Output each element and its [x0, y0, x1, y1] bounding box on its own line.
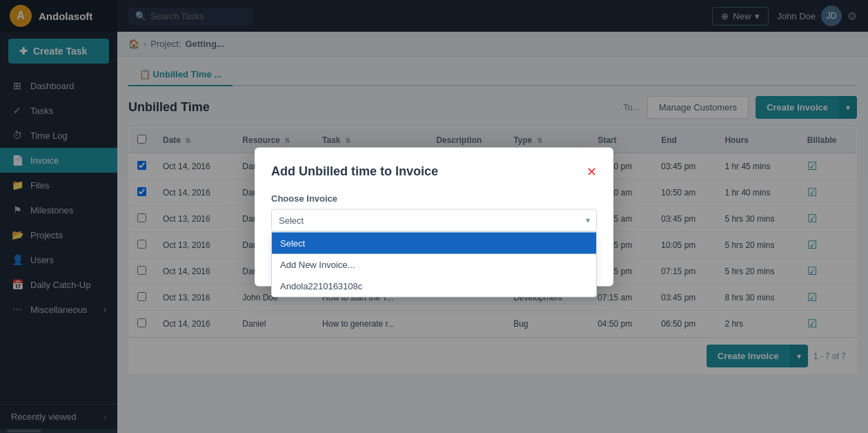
modal-header: Add Unbilled time to Invoice ✕: [271, 164, 597, 179]
dropdown-item-select[interactable]: Select: [272, 232, 596, 253]
invoice-select[interactable]: Select Add New Invoice... Andola22101631…: [271, 209, 597, 231]
add-unbilled-time-modal: Add Unbilled time to Invoice ✕ Choose In…: [255, 147, 613, 286]
dropdown-list: Select Add New Invoice... Andola22101631…: [271, 231, 597, 297]
modal-close-button[interactable]: ✕: [586, 164, 597, 179]
dropdown-item-add-new[interactable]: Add New Invoice...: [272, 253, 596, 275]
dropdown-item-andola[interactable]: Andola2210163108c: [272, 275, 596, 296]
choose-invoice-label: Choose Invoice: [271, 193, 597, 203]
invoice-select-wrapper: Select Add New Invoice... Andola22101631…: [271, 209, 597, 231]
modal-title: Add Unbilled time to Invoice: [271, 164, 438, 179]
